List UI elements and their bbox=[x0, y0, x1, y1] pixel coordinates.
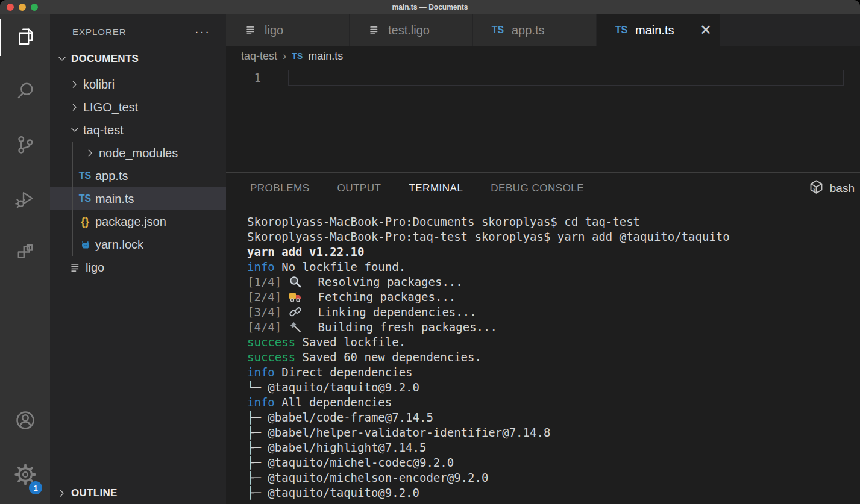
ts-file-icon: TS bbox=[614, 25, 629, 36]
terminal-text: [1/4] bbox=[247, 275, 289, 288]
activity-item-accounts[interactable] bbox=[0, 394, 50, 449]
editor-tab-bar: ligotest.ligoTSapp.tsTSmain.ts✕ bbox=[226, 14, 860, 46]
terminal-text: All dependencies bbox=[275, 396, 392, 409]
terminal-box-icon: $_ bbox=[808, 179, 824, 198]
terminal-text: info bbox=[247, 396, 275, 409]
vscode-window: main.ts — Documents 1 EXPLORER ··· DOCUM… bbox=[0, 0, 860, 504]
yarn-file-icon bbox=[77, 239, 93, 250]
window-controls bbox=[7, 4, 38, 11]
terminal-text: success bbox=[247, 335, 295, 349]
tree-item-label: main.ts bbox=[95, 192, 134, 206]
list-file-icon bbox=[67, 262, 84, 273]
terminal-line: [2/4] Fetching packages... bbox=[247, 290, 860, 305]
panel-tab-output[interactable]: OUTPUT bbox=[337, 173, 381, 204]
breadcrumb[interactable]: taq-test › TS main.ts bbox=[226, 46, 860, 66]
ts-file-icon: TS bbox=[77, 170, 93, 181]
minimize-button[interactable] bbox=[19, 4, 26, 11]
terminal-output[interactable]: Skoroplyass-MacBook-Pro:Documents skorop… bbox=[226, 204, 860, 504]
terminal-line: ├─ @taquito/taquito@9.2.0 bbox=[247, 485, 860, 500]
activity-item-search[interactable] bbox=[0, 70, 50, 113]
terminal-text: [4/4] bbox=[247, 320, 289, 334]
tab-ligo[interactable]: ligo bbox=[226, 14, 350, 46]
search-icon bbox=[14, 79, 36, 104]
tree-item-kolibri[interactable]: kolibri bbox=[50, 73, 226, 96]
tree-item-label: ligo bbox=[86, 261, 104, 275]
terminal-line: ├─ @babel/helper-validator-identifier@7.… bbox=[247, 425, 860, 440]
tree-item-node_modules[interactable]: node_modules bbox=[50, 142, 226, 164]
terminal-line: ├─ @taquito/michel-codec@9.2.0 bbox=[247, 455, 860, 470]
terminal-line: info No lockfile found. bbox=[247, 260, 860, 275]
terminal-text: ├─ @babel/code-frame@7.14.5 bbox=[247, 411, 433, 424]
terminal-text: └─ @taquito/taquito@9.2.0 bbox=[247, 381, 419, 394]
terminal-line: Skoroplyass-MacBook-Pro:taq-test skoropl… bbox=[247, 229, 860, 244]
extensions-icon bbox=[14, 242, 36, 266]
panel-tab-terminal[interactable]: TERMINAL bbox=[409, 173, 463, 204]
terminal-text: Building fresh packages... bbox=[304, 320, 497, 334]
titlebar: main.ts — Documents bbox=[0, 0, 860, 14]
terminal-line: Skoroplyass-MacBook-Pro:Documents skorop… bbox=[247, 214, 860, 229]
svg-text:$_: $_ bbox=[813, 187, 818, 192]
tree-item-taq-test[interactable]: taq-test bbox=[50, 119, 226, 142]
chevron-down-icon bbox=[55, 54, 69, 64]
tab-main.ts[interactable]: TSmain.ts✕ bbox=[597, 14, 720, 46]
activity-item-source-control[interactable] bbox=[0, 125, 50, 167]
tree-item-LIGO_test[interactable]: LIGO_test bbox=[50, 96, 226, 119]
tree-item-ligo[interactable]: ligo bbox=[50, 256, 226, 279]
panel-tab-problems[interactable]: PROBLEMS bbox=[250, 173, 309, 204]
terminal-line: ├─ @babel/code-frame@7.14.5 bbox=[247, 410, 860, 425]
tree-item-label: taq-test bbox=[83, 123, 124, 137]
terminal-line: yarn add v1.22.10 bbox=[247, 244, 860, 260]
terminal-text: success bbox=[247, 350, 295, 364]
window-title: main.ts — Documents bbox=[392, 3, 468, 11]
activity-item-manage[interactable]: 1 bbox=[0, 449, 50, 503]
activity-item-explorer[interactable] bbox=[0, 16, 50, 58]
terminal-text: Resolving packages... bbox=[304, 275, 463, 288]
terminal-line: success Saved 60 new dependencies. bbox=[247, 350, 860, 365]
tree-item-app.ts[interactable]: TSapp.ts bbox=[50, 164, 226, 187]
tab-test.ligo[interactable]: test.ligo bbox=[350, 14, 473, 46]
ts-file-icon: TS bbox=[77, 193, 93, 204]
shell-selector[interactable]: $_ bash bbox=[808, 173, 855, 204]
hammer-emoji-icon bbox=[289, 320, 304, 335]
terminal-line: info All dependencies bbox=[247, 395, 860, 410]
panel-tab-debug-console[interactable]: DEBUG CONSOLE bbox=[491, 173, 584, 204]
files-icon bbox=[14, 25, 36, 49]
section-documents[interactable]: DOCUMENTS bbox=[50, 48, 226, 70]
zoom-button[interactable] bbox=[31, 4, 38, 11]
more-actions-icon[interactable]: ··· bbox=[195, 28, 210, 34]
terminal-line: info Direct dependencies bbox=[247, 365, 860, 380]
ts-file-icon: TS bbox=[490, 25, 506, 36]
close-icon[interactable]: ✕ bbox=[700, 24, 712, 36]
tab-app.ts[interactable]: TSapp.ts bbox=[473, 14, 597, 46]
breadcrumb-folder[interactable]: taq-test bbox=[241, 50, 277, 63]
breadcrumb-file[interactable]: main.ts bbox=[308, 50, 343, 63]
terminal-text: No lockfile found. bbox=[275, 260, 406, 273]
ts-file-icon: TS bbox=[292, 51, 303, 61]
truck-emoji-icon bbox=[289, 290, 304, 305]
sidebar-header: EXPLORER ··· bbox=[50, 14, 226, 48]
terminal-text: Fetching packages... bbox=[304, 290, 456, 303]
section-outline[interactable]: OUTLINE bbox=[50, 482, 226, 504]
terminal-line: └─ @taquito/taquito@9.2.0 bbox=[247, 380, 860, 395]
activity-item-extensions[interactable] bbox=[0, 233, 50, 275]
run-debug-icon bbox=[14, 188, 36, 212]
activity-item-run-and-debug[interactable] bbox=[0, 179, 50, 221]
panel-tabs: PROBLEMSOUTPUTTERMINALDEBUG CONSOLE bbox=[250, 173, 612, 204]
link-emoji-icon bbox=[289, 305, 304, 320]
chevron-right-icon bbox=[68, 102, 81, 112]
terminal-text: ├─ @taquito/taquito@9.2.0 bbox=[247, 486, 419, 499]
explorer-sidebar: EXPLORER ··· DOCUMENTS kolibriLIGO_testt… bbox=[50, 14, 226, 504]
current-line-highlight bbox=[288, 70, 844, 86]
panel-header: PROBLEMSOUTPUTTERMINALDEBUG CONSOLE $_ b… bbox=[226, 173, 860, 204]
tree-item-main.ts[interactable]: TSmain.ts bbox=[50, 187, 226, 210]
list-file-icon bbox=[243, 25, 259, 36]
chevron-right-icon bbox=[55, 488, 69, 498]
close-button[interactable] bbox=[7, 4, 14, 11]
tree-item-package.json[interactable]: {}package.json bbox=[50, 210, 226, 233]
editor[interactable]: 1 bbox=[226, 66, 860, 172]
indent-guide bbox=[72, 142, 73, 256]
tree-item-yarn.lock[interactable]: yarn.lock bbox=[50, 233, 226, 256]
terminal-text: ├─ @babel/highlight@7.14.5 bbox=[247, 441, 426, 454]
tree-item-label: node_modules bbox=[99, 146, 178, 160]
section-documents-label: DOCUMENTS bbox=[71, 53, 139, 65]
